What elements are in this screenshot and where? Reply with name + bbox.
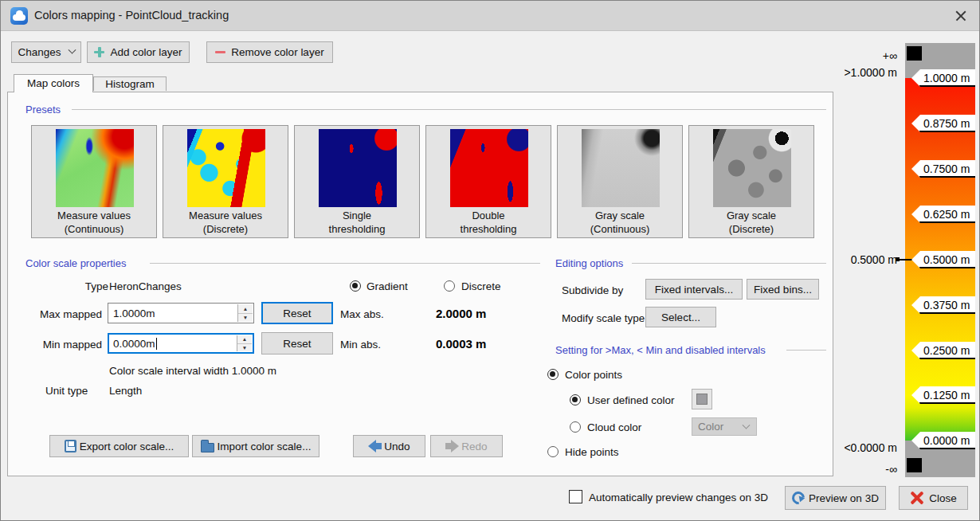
preset-gray-continuous[interactable]: Gray scale (Continuous) [557, 125, 683, 238]
max-mapped-value: 1.0000m [113, 308, 155, 319]
preset-label-line1: Single [295, 209, 419, 222]
undo-button[interactable]: Undo [353, 435, 425, 457]
user-defined-color-swatch[interactable] [692, 389, 712, 409]
preset-thumbnail [187, 129, 265, 207]
preview-on-3d-button[interactable]: Preview on 3D [785, 486, 886, 510]
preset-thumbnail [450, 129, 528, 207]
map-colors-panel: Presets Measure values (Continuous) Meas… [7, 92, 833, 476]
editing-options-title: Editing options [555, 257, 623, 269]
fixed-bins-label: Fixed bins... [754, 284, 812, 296]
below-min-color-swatch [907, 458, 922, 472]
redo-button[interactable]: Redo [430, 435, 503, 457]
color-swatch-preview [696, 394, 708, 405]
scale-tag: 0.0000 m [911, 432, 975, 449]
unit-type-label: Unit type [45, 385, 88, 397]
cloud-color-value: Color [698, 421, 723, 433]
scale-tag: 0.2500 m [911, 342, 975, 359]
remove-color-layer-button[interactable]: Remove color layer [206, 41, 333, 63]
unit-type-value: Length [109, 385, 142, 397]
min-mapped-input[interactable]: 0.0000m ▲▼ [108, 333, 254, 354]
min-mapped-value: 0.0000m [113, 338, 155, 350]
window-close-icon[interactable] [952, 7, 970, 25]
color-points-radio[interactable] [547, 369, 559, 380]
max-reset-button[interactable]: Reset [261, 302, 333, 324]
scale-tag: 0.3750 m [911, 296, 975, 314]
min-reset-button[interactable]: Reset [261, 332, 333, 355]
folder-icon [201, 443, 214, 452]
add-color-layer-label: Add color layer [110, 46, 182, 58]
min-abs-label: Min abs. [340, 339, 381, 351]
add-color-layer-button[interactable]: Add color layer [87, 41, 190, 63]
import-color-scale-button[interactable]: Import color scale... [192, 435, 319, 457]
gradient-radio[interactable] [350, 280, 361, 292]
fixed-intervals-button[interactable]: Fixed intervals... [645, 279, 743, 300]
scale-tag: 0.1250 m [911, 386, 975, 404]
import-label: Import color scale... [218, 441, 312, 452]
setting-group-line [786, 350, 826, 351]
preset-label-line1: Measure values [32, 209, 156, 222]
preset-measure-discrete[interactable]: Measure values (Discrete) [163, 125, 288, 238]
preset-label-line2: (Discrete) [163, 222, 288, 236]
preset-measure-continuous[interactable]: Measure values (Continuous) [31, 125, 157, 238]
preset-label-line2: thresholding [295, 222, 419, 236]
tab-histogram[interactable]: Histogram [93, 76, 167, 91]
type-label: Type [38, 280, 108, 292]
scale-mid-label: 0.5000 m [851, 253, 897, 266]
cloud-color-radio[interactable] [570, 421, 581, 433]
preset-gray-discrete[interactable]: Gray scale (Discrete) [688, 125, 814, 238]
editing-options-line [632, 263, 826, 264]
max-reset-label: Reset [283, 308, 311, 319]
preview-on-3d-label: Preview on 3D [809, 492, 879, 504]
window-title: Colors mapping - PointCloud_tracking [34, 9, 229, 22]
select-scale-type-button[interactable]: Select... [645, 307, 716, 327]
changes-dropdown-label: Changes [18, 46, 61, 58]
cloud-color-dropdown[interactable]: Color [692, 417, 757, 436]
tab-map-colors[interactable]: Map colors [14, 74, 93, 92]
export-color-scale-button[interactable]: Export color scale... [49, 435, 189, 457]
preset-single-thresholding[interactable]: Single thresholding [294, 125, 420, 238]
preset-label-line2: (Continuous) [558, 222, 682, 236]
auto-preview-checkbox[interactable] [569, 490, 582, 503]
presets-group-line [72, 109, 826, 110]
spin-down-icon: ▼ [237, 344, 252, 352]
text-caret [156, 338, 157, 350]
preset-double-thresholding[interactable]: Double thresholding [425, 125, 551, 238]
chevron-down-icon [68, 46, 76, 54]
scale-tag: 0.7500 m [911, 160, 975, 178]
preset-thumbnail [319, 129, 397, 207]
preset-label-line2: thresholding [426, 222, 551, 236]
user-defined-color-label: User defined color [587, 394, 675, 406]
max-mapped-label: Max mapped [32, 308, 102, 320]
changes-dropdown[interactable]: Changes [11, 41, 81, 63]
redo-arrow-icon [445, 440, 459, 452]
subdivide-by-label: Subdivide by [562, 284, 623, 296]
user-defined-color-radio[interactable] [570, 394, 581, 405]
hide-points-label: Hide points [565, 446, 619, 458]
refresh-icon [790, 489, 808, 507]
max-mapped-input[interactable]: 1.0000m ▲▼ [108, 303, 254, 323]
close-button[interactable]: Close [899, 486, 968, 510]
title-bar[interactable]: Colors mapping - PointCloud_tracking [1, 1, 979, 31]
colors-mapping-dialog: Colors mapping - PointCloud_tracking Cha… [0, 0, 980, 521]
close-x-icon [910, 491, 924, 505]
spin-down-icon: ▼ [238, 314, 253, 323]
discrete-radio[interactable] [444, 280, 455, 292]
spin-up-icon: ▲ [237, 335, 252, 344]
cloud-color-label: Cloud color [587, 421, 641, 433]
max-mapped-spinner[interactable]: ▲▼ [237, 304, 253, 322]
minus-icon [215, 51, 225, 53]
undo-label: Undo [384, 441, 410, 452]
hide-points-radio[interactable] [547, 446, 559, 457]
scale-mid-tick-line [900, 259, 912, 260]
fixed-intervals-label: Fixed intervals... [655, 284, 733, 296]
type-value: HeronChanges [109, 280, 182, 292]
gradient-radio-label: Gradient [367, 280, 408, 292]
fixed-bins-button[interactable]: Fixed bins... [747, 279, 819, 300]
spin-up-icon: ▲ [238, 304, 253, 314]
preset-label-line2: (Continuous) [32, 222, 156, 236]
min-mapped-spinner[interactable]: ▲▼ [237, 335, 252, 351]
close-button-label: Close [929, 492, 957, 504]
interval-width-text: Color scale interval width 1.0000 m [109, 365, 276, 377]
save-icon [65, 440, 76, 452]
preset-label-line1: Gray scale [689, 209, 813, 222]
